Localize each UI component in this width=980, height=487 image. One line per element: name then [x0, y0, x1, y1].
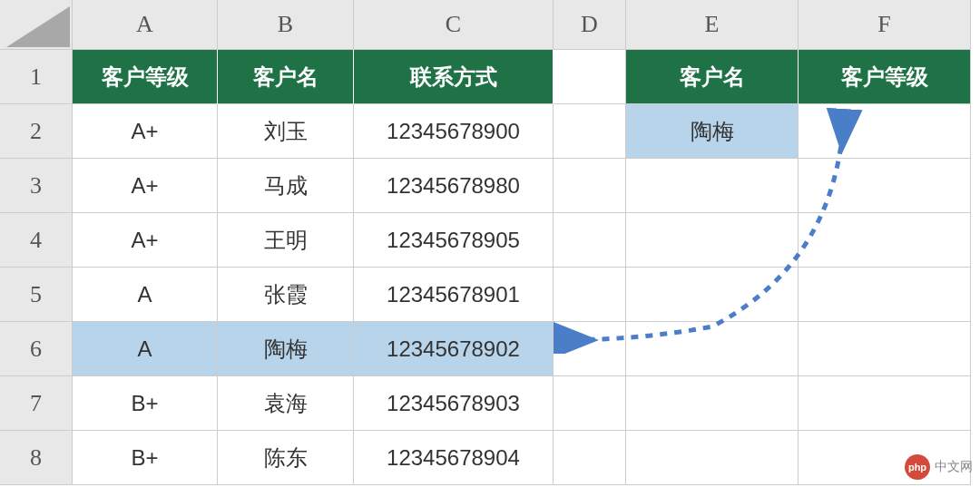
table-row: A+ 王明 12345678905	[73, 213, 971, 268]
empty-cell[interactable]	[799, 376, 971, 431]
data-cell[interactable]: 陈东	[218, 431, 354, 485]
row-header-6[interactable]: 6	[0, 322, 73, 376]
table-row-highlighted: A 陶梅 12345678902	[73, 322, 971, 376]
col-header-F[interactable]: F	[799, 0, 971, 50]
col-header-D[interactable]: D	[554, 0, 626, 50]
empty-cell[interactable]	[554, 431, 626, 485]
watermark: php 中文网	[905, 454, 973, 480]
watermark-logo: php	[905, 454, 930, 480]
row-header-7[interactable]: 7	[0, 376, 73, 431]
row-headers: 1 2 3 4 5 6 7 8	[0, 50, 73, 485]
data-cell[interactable]: 12345678902	[354, 322, 554, 376]
select-all-corner[interactable]	[0, 0, 73, 50]
main-header-contact[interactable]: 联系方式	[354, 50, 554, 104]
empty-cell[interactable]	[554, 322, 626, 376]
empty-cell[interactable]	[799, 322, 971, 376]
grid: 客户等级 客户名 联系方式 客户名 客户等级 A+ 刘玉 12345678900…	[73, 50, 971, 485]
data-cell[interactable]: 袁海	[218, 376, 354, 431]
empty-cell[interactable]	[554, 159, 626, 213]
empty-cell[interactable]	[799, 159, 971, 213]
data-cell[interactable]: A+	[73, 104, 218, 159]
col-header-E[interactable]: E	[626, 0, 799, 50]
data-cell[interactable]: B+	[73, 431, 218, 485]
table-row: A 张霞 12345678901	[73, 268, 971, 322]
empty-cell[interactable]	[626, 213, 799, 268]
col-header-A[interactable]: A	[73, 0, 218, 50]
empty-cell[interactable]	[626, 322, 799, 376]
watermark-text: 中文网	[935, 459, 973, 475]
data-cell[interactable]: B+	[73, 376, 218, 431]
data-cell[interactable]: A+	[73, 159, 218, 213]
empty-cell[interactable]	[626, 268, 799, 322]
col-header-B[interactable]: B	[218, 0, 354, 50]
lookup-level-cell[interactable]	[799, 104, 971, 159]
row-header-8[interactable]: 8	[0, 431, 73, 485]
main-header-level[interactable]: 客户等级	[73, 50, 218, 104]
table-row: A+ 马成 12345678980	[73, 159, 971, 213]
row-header-3[interactable]: 3	[0, 159, 73, 213]
empty-cell[interactable]	[799, 213, 971, 268]
lookup-header-level[interactable]: 客户等级	[799, 50, 971, 104]
col-header-C[interactable]: C	[354, 0, 554, 50]
data-cell[interactable]: 12345678900	[354, 104, 554, 159]
lookup-name-cell[interactable]: 陶梅	[626, 104, 799, 159]
data-cell[interactable]: A	[73, 322, 218, 376]
data-cell[interactable]: 张霞	[218, 268, 354, 322]
empty-cell[interactable]	[554, 268, 626, 322]
table-row: A+ 刘玉 12345678900 陶梅	[73, 104, 971, 159]
data-cell[interactable]: 12345678904	[354, 431, 554, 485]
main-header-name[interactable]: 客户名	[218, 50, 354, 104]
data-cell[interactable]: 12345678901	[354, 268, 554, 322]
data-cell[interactable]: 12345678905	[354, 213, 554, 268]
empty-cell[interactable]	[554, 104, 626, 159]
empty-cell[interactable]	[799, 268, 971, 322]
row-header-5[interactable]: 5	[0, 268, 73, 322]
table-row: B+ 陈东 12345678904	[73, 431, 971, 485]
empty-cell[interactable]	[554, 376, 626, 431]
empty-cell[interactable]	[626, 431, 799, 485]
data-cell[interactable]: A	[73, 268, 218, 322]
data-cell[interactable]: A+	[73, 213, 218, 268]
empty-cell[interactable]	[554, 50, 626, 104]
data-cell[interactable]: 王明	[218, 213, 354, 268]
row-header-1[interactable]: 1	[0, 50, 73, 104]
table-row: B+ 袁海 12345678903	[73, 376, 971, 431]
data-cell[interactable]: 刘玉	[218, 104, 354, 159]
column-headers: A B C D E F	[73, 0, 971, 50]
data-cell[interactable]: 12345678903	[354, 376, 554, 431]
table-row: 客户等级 客户名 联系方式 客户名 客户等级	[73, 50, 971, 104]
data-cell[interactable]: 马成	[218, 159, 354, 213]
empty-cell[interactable]	[626, 159, 799, 213]
data-cell[interactable]: 陶梅	[218, 322, 354, 376]
empty-cell[interactable]	[626, 376, 799, 431]
empty-cell[interactable]	[554, 213, 626, 268]
data-cell[interactable]: 12345678980	[354, 159, 554, 213]
row-header-2[interactable]: 2	[0, 104, 73, 159]
row-header-4[interactable]: 4	[0, 213, 73, 268]
lookup-header-name[interactable]: 客户名	[626, 50, 799, 104]
